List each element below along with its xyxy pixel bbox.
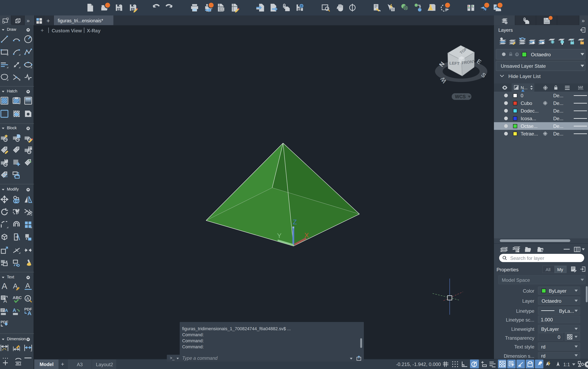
svg-text:ABC: ABC [13, 295, 22, 300]
svg-text:A: A [26, 296, 29, 301]
svg-text:Y: Y [277, 232, 282, 239]
svg-text:A: A [5, 308, 8, 313]
svg-text:A: A [3, 298, 7, 304]
svg-text:A: A [13, 308, 16, 313]
svg-text:X: X [304, 231, 309, 239]
svg-text:A: A [28, 310, 31, 316]
svg-text:A: A [2, 281, 7, 291]
svg-text:A: A [25, 282, 30, 289]
svg-text:WCS: WCS [455, 94, 466, 99]
svg-text:LEFT: LEFT [449, 61, 460, 66]
svg-text:Z: Z [293, 218, 297, 226]
